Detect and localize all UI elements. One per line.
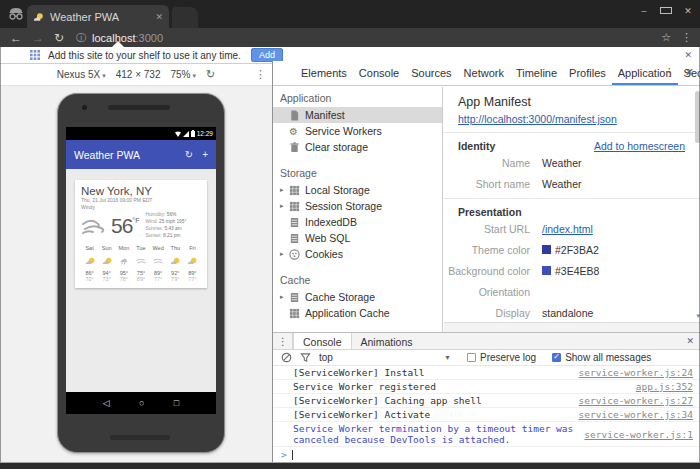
bookmark-star-icon[interactable]: ☆ [661, 31, 671, 44]
devtools-close-icon[interactable]: ✕ [685, 66, 694, 79]
drawer-tab-animations[interactable]: Animations [352, 333, 422, 349]
nav-back-button[interactable]: ◁ [103, 398, 110, 408]
tab-timeline[interactable]: Timeline [510, 62, 563, 85]
device-select[interactable]: Nexus 5X▾ [57, 69, 106, 80]
chevron-down-icon: ▼ [444, 354, 451, 361]
drawer-menu-icon[interactable]: ⋮ [273, 333, 293, 349]
console-log: [ServiceWorker] Install service-worker.j… [273, 366, 700, 462]
sidebar-item-indexeddb[interactable]: IndexedDB [273, 214, 442, 230]
expand-icon[interactable]: ▸ [280, 250, 289, 258]
tab-console[interactable]: Console [353, 62, 405, 85]
sidebar-item-manifest[interactable]: Manifest [273, 107, 442, 123]
source-link[interactable]: service-worker.js:24 [579, 367, 693, 378]
sidebar-item-cache-storage[interactable]: ▸ Cache Storage [273, 289, 442, 305]
rotate-icon[interactable]: ↻ [206, 68, 215, 81]
drawer-tab-console[interactable]: Console [293, 333, 352, 349]
zoom-select[interactable]: 75%▾ [170, 69, 196, 80]
expand-icon[interactable]: ▸ [280, 202, 289, 210]
rain-icon [118, 257, 130, 265]
tab-favicon [33, 12, 44, 22]
new-tab-area[interactable] [172, 7, 198, 28]
tab-elements[interactable]: Elements [295, 62, 353, 85]
console-message: Service Worker registered app.js:352 [273, 380, 700, 394]
drawer-tab-bar: ⋮ Console Animations ✕ [273, 333, 700, 350]
browser-menu-icon[interactable]: ⋮ [681, 31, 692, 44]
page-info-icon[interactable]: ⓘ [76, 31, 86, 45]
incognito-icon [8, 7, 24, 21]
section-title: Cache [273, 269, 442, 289]
status-time: 12:29 [197, 130, 213, 137]
execution-context-select[interactable]: top ▼ [319, 352, 451, 363]
reload-button[interactable]: ↻ [54, 31, 64, 45]
forward-button[interactable]: → [32, 31, 44, 45]
source-link[interactable]: service-worker.js:1 [584, 429, 693, 440]
manifest-url-link[interactable]: http://localhost:3000/manifest.json [458, 113, 617, 125]
trash-icon [289, 142, 300, 153]
identity-section: Identity Add to homescreen NameWeather S… [444, 133, 700, 198]
sidebar-item-web-sql[interactable]: Web SQL [273, 230, 442, 246]
tab-network[interactable]: Network [458, 62, 510, 85]
manifest-title: App Manifest [444, 87, 700, 111]
drawer-close-icon[interactable]: ✕ [686, 336, 694, 346]
window-close-button[interactable]: ✕ [682, 6, 694, 16]
forecast-day: Mon 95° 78° [115, 245, 132, 282]
preserve-log-checkbox[interactable]: Preserve log [467, 352, 536, 363]
infobar-close-icon[interactable]: ✕ [684, 50, 692, 60]
tab-close-icon[interactable]: ✕ [155, 12, 163, 22]
partly-cloudy-icon [84, 257, 96, 265]
emulated-page: 12:29 Weather PWA ↻ + New York, NY Thu, … [0, 86, 272, 462]
back-button[interactable]: ← [10, 31, 22, 45]
devtools-menu-icon[interactable]: ⋮ [664, 66, 675, 79]
sidebar-item-service-workers[interactable]: ⚙ Service Workers [273, 123, 442, 139]
console-message: [ServiceWorker] Install service-worker.j… [273, 366, 700, 380]
tab-profiles[interactable]: Profiles [563, 62, 612, 85]
add-to-shelf-button[interactable]: Add [251, 48, 283, 62]
sidebar-item-clear-storage[interactable]: Clear storage [273, 139, 442, 155]
browser-tab[interactable]: Weather PWA ✕ [27, 5, 169, 28]
clear-console-icon[interactable] [281, 352, 292, 363]
console-message: [ServiceWorker] Caching app shell servic… [273, 394, 700, 408]
expand-icon[interactable]: ▸ [280, 186, 289, 194]
start-url-link[interactable]: /index.html [542, 223, 593, 235]
console-message: [ServiceWorker] Activate service-worker.… [273, 408, 700, 422]
current-condition: Windy [81, 204, 201, 211]
forecast-day: Tue 75° 89° [132, 245, 149, 282]
windy-icon [81, 216, 111, 236]
theme-color-swatch [542, 245, 551, 254]
show-all-messages-checkbox[interactable]: Show all messages [552, 352, 651, 363]
application-sidebar: Application Manifest ⚙ Service Workers C… [273, 87, 443, 332]
device-toolbar: Nexus 5X▾ 412 × 732 75%▾ ↻ ⋮ [0, 64, 272, 86]
infobar-message: Add this site to your shelf to use it an… [48, 50, 241, 61]
device-dimensions[interactable]: 412 × 732 [116, 69, 161, 80]
sidebar-item-application-cache[interactable]: Application Cache [273, 305, 442, 321]
window-maximize-button[interactable] [660, 6, 672, 16]
add-to-homescreen-link[interactable]: Add to homescreen [594, 140, 685, 152]
add-city-icon[interactable]: + [202, 149, 208, 160]
tab-sources[interactable]: Sources [405, 62, 457, 85]
windy-small-icon [135, 257, 147, 265]
source-link[interactable]: app.js:352 [636, 381, 693, 392]
expand-icon[interactable]: ▸ [280, 293, 289, 301]
sidebar-item-cookies[interactable]: ▸ Cookies [273, 246, 442, 262]
tab-strip: Weather PWA ✕ – ✕ [0, 0, 700, 28]
nav-recents-button[interactable]: □ [174, 398, 179, 408]
forecast-row: Sat 86° 70° Sun 94° 73° [81, 245, 201, 282]
forecast-day: Sun 94° 73° [98, 245, 115, 282]
filter-icon[interactable] [300, 352, 311, 363]
console-prompt[interactable]: > [273, 447, 700, 462]
source-link[interactable]: service-worker.js:27 [579, 395, 693, 406]
window-minimize-button[interactable]: – [638, 6, 650, 16]
refresh-icon[interactable]: ↻ [185, 149, 193, 160]
browser-toolbar: ← → ↻ ⓘ localhost:3000 ☆ ⋮ [0, 28, 700, 47]
sidebar-item-local-storage[interactable]: ▸ Local Storage [273, 182, 442, 198]
device-toolbar-menu-icon[interactable]: ⋮ [255, 68, 266, 81]
console-toolbar: top ▼ Preserve log Show all messages [273, 350, 700, 366]
address-bar[interactable]: ⓘ localhost:3000 [76, 31, 661, 45]
partly-cloudy-icon [169, 257, 181, 265]
sidebar-item-session-storage[interactable]: ▸ Session Storage [273, 198, 442, 214]
app-content: New York, NY Thu, 21 Jul 2016 09:00 PM E… [66, 169, 216, 392]
source-link[interactable]: service-worker.js:34 [579, 409, 693, 420]
phone-screen: 12:29 Weather PWA ↻ + New York, NY Thu, … [66, 127, 216, 414]
nav-home-button[interactable]: ○ [139, 398, 144, 408]
windy-small-icon [152, 257, 164, 265]
